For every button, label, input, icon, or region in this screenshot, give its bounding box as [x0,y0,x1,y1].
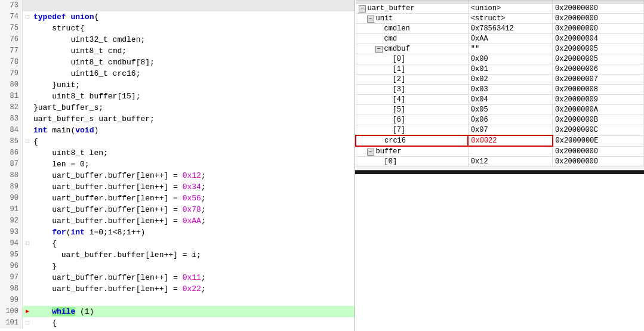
line-number: 75 [0,23,23,34]
code-line-101: 101□ { [0,317,355,329]
code-content[interactable]: 73 74□typedef union{75 struct{76 uint32_… [0,0,355,331]
watch-expr: [4] [356,95,468,105]
expr-text: [6] [393,116,406,124]
line-number: 73 [0,0,23,11]
line-code-text: } [32,261,57,272]
watch-tbody: −uart_buffer<union>0x20000000−unit<struc… [356,4,644,166]
expr-text: cmdlen [384,24,410,33]
watch-row[interactable]: −cmdbuf""0x20000005 [356,44,644,54]
code-line-78: 78 uint8_t cmdbuf[8]; [0,57,355,68]
line-code-text: uart_buffer.buffer[len++] = 0x56; [32,193,206,204]
watch-location: 0x20000009 [553,95,644,105]
watch-value: 0x00 [468,54,552,64]
code-line-98: 98 uart_buffer.buffer[len++] = 0x22; [0,283,355,295]
watch-expr: [3] [356,85,468,95]
line-number: 100 [0,306,23,317]
bottom-right [355,166,644,332]
code-line-86: 86 uint8_t len; [0,147,355,159]
line-number: 89 [0,181,23,193]
line-number: 86 [0,147,23,159]
watch-row[interactable]: −buffer0x20000000 [356,146,644,157]
code-lines: 73 74□typedef union{75 struct{76 uint32_… [0,0,355,329]
watch-row[interactable]: [5]0x050x2000000A [356,105,644,115]
watch-row[interactable]: crc160x00220x2000000E [356,135,644,146]
expand-minus-icon[interactable]: − [367,149,374,156]
expand-minus-icon[interactable]: − [375,46,383,53]
watch-location: 0x20000000 [553,146,644,157]
line-number: 82 [0,102,23,113]
watch-expr: cmdlen [356,24,468,34]
watch-location: 0x2000000B [553,115,644,125]
code-line-91: 91 uart_buffer.buffer[len++] = 0x78; [0,204,355,215]
code-line-83: 83uart_buffer_s uart_buffer; [0,113,355,125]
watch-row[interactable]: −uart_buffer<union>0x20000000 [356,4,644,14]
watch-location: 0x20000000 [553,24,644,34]
watch-value: 0x02 [468,75,552,85]
watch-expr: cmd [356,34,468,44]
watch-row[interactable]: [0]0x120x20000000 [356,157,644,166]
watch-row[interactable]: [7]0x070x2000000C [356,125,644,136]
line-number: 92 [0,215,23,227]
line-number: 80 [0,79,23,91]
watch-row[interactable]: [1]0x010x20000006 [356,64,644,75]
line-code-text: uint32_t cmdlen; [32,34,145,45]
line-number: 99 [0,295,23,306]
expr-text: unit [376,14,393,23]
line-number: 98 [0,283,23,295]
watch-value: 0x0022 [468,135,552,146]
code-line-87: 87 len = 0; [0,159,355,170]
line-number: 88 [0,170,23,181]
line-arrow: □ [23,11,32,23]
watch-value: 0x07 [468,125,552,136]
line-code-text: uint8_t cmdbuf[8]; [32,57,155,68]
watch-row[interactable]: [6]0x060x2000000B [356,115,644,125]
watch-row[interactable]: [0]0x000x20000005 [356,54,644,64]
watch-row[interactable]: −unit<struct>0x20000000 [356,14,644,24]
watch-location: 0x20000000 [553,14,644,24]
line-number: 76 [0,34,23,45]
watch-expr: [0] [356,157,468,166]
expr-text: [0] [393,55,406,63]
watch-scroll[interactable]: −uart_buffer<union>0x20000000−unit<struc… [355,0,644,166]
code-line-90: 90 uart_buffer.buffer[len++] = 0x56; [0,193,355,204]
watch-row[interactable]: cmdlen0x785634120x20000000 [356,24,644,34]
watch-expr: [2] [356,75,468,85]
watch-row[interactable]: [2]0x020x20000007 [356,75,644,85]
line-number: 83 [0,113,23,125]
line-code-text: while (1) [32,306,94,317]
click-to-edit[interactable] [355,166,644,170]
line-number: 85 [0,136,23,147]
code-line-100: 100► while (1) [0,306,355,317]
line-arrow: □ [23,238,32,249]
expr-text: cmd [384,35,398,43]
expr-text: buffer [376,147,402,156]
watch-value: 0x05 [468,105,552,115]
line-code-text: uint8_t buffer[15]; [32,91,140,102]
watch-location: 0x20000007 [553,75,644,85]
code-line-75: 75 struct{ [0,23,355,34]
line-code-text: uart_buffer.buffer[len++] = i; [32,249,201,261]
code-line-96: 96 } [0,261,355,272]
watch-expr: −uart_buffer [356,4,468,14]
code-line-80: 80 }unit; [0,79,355,91]
line-code-text: uart_buffer.buffer[len++] = 0x22; [32,283,206,295]
code-line-77: 77 uint8_t cmd; [0,45,355,57]
expand-minus-icon[interactable]: − [359,5,366,13]
expand-minus-icon[interactable]: − [367,16,374,23]
watch-row[interactable]: [4]0x040x20000009 [356,95,644,105]
watch-expr: [7] [356,125,468,136]
watch-location: 0x20000000 [553,157,644,166]
watch-row[interactable]: [3]0x030x20000008 [356,85,644,95]
watch-row[interactable]: cmd0xAA0x20000004 [356,34,644,44]
line-code-text: uart_buffer.buffer[len++] = 0x11; [32,272,206,283]
line-code-text: uart_buffer.buffer[len++] = 0x78; [32,204,206,215]
line-number: 78 [0,57,23,68]
line-number: 96 [0,261,23,272]
code-line-92: 92 uart_buffer.buffer[len++] = 0xAA; [0,215,355,227]
line-number: 94 [0,238,23,249]
line-number: 93 [0,227,23,238]
code-line-93: 93 for(int i=0;i<8;i++) [0,227,355,238]
line-number: 74 [0,11,23,23]
watch-location: 0x20000004 [553,34,644,44]
code-line-95: 95 uart_buffer.buffer[len++] = i; [0,249,355,261]
